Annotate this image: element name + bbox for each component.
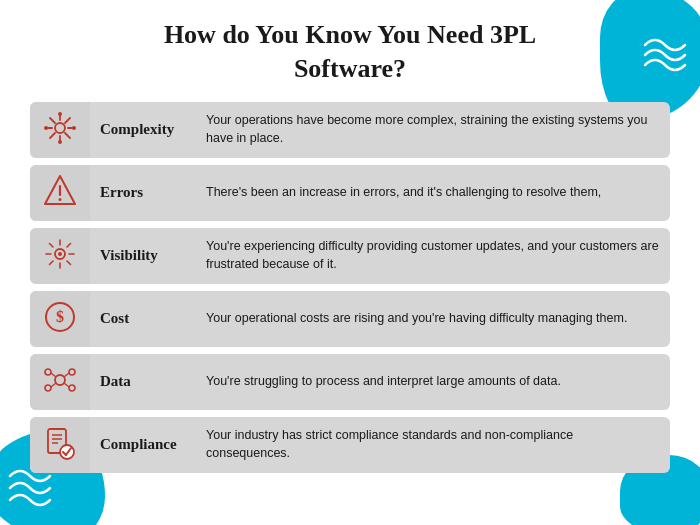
visibility-icon-box [30,228,90,284]
svg-point-17 [58,252,62,256]
cost-icon-box: $ [30,291,90,347]
visibility-icon [42,236,78,276]
svg-line-6 [65,133,70,138]
visibility-description: You're experiencing difficulty providing… [200,232,670,279]
page-title: How do You Know You Need 3PL Software? [30,18,670,86]
svg-line-5 [50,118,55,123]
svg-point-12 [72,126,76,130]
compliance-icon-box [30,417,90,473]
compliance-icon [42,425,78,465]
wavy-decoration-bottom-left [5,466,60,515]
visibility-label: Visibility [90,247,200,264]
cost-label: Cost [90,310,200,327]
svg-line-22 [50,243,54,247]
data-label: Data [90,373,200,390]
complexity-icon-box [30,102,90,158]
svg-line-36 [64,383,69,387]
item-row-data: Data You're struggling to process and in… [30,354,670,410]
compliance-description: Your industry has strict compliance stan… [200,421,670,468]
svg-line-34 [64,373,69,377]
page-wrapper: How do You Know You Need 3PL Software? C… [0,0,700,525]
svg-point-9 [58,112,62,116]
items-list: Complexity Your operations have become m… [30,102,670,473]
svg-line-25 [50,261,54,265]
svg-point-10 [58,140,62,144]
errors-icon-box [30,165,90,221]
svg-line-24 [67,243,71,247]
complexity-label: Complexity [90,121,200,138]
cost-description: Your operational costs are rising and yo… [200,304,670,334]
compliance-label: Compliance [90,436,200,453]
svg-line-33 [51,373,56,377]
svg-line-23 [67,261,71,265]
errors-description: There's been an increase in errors, and … [200,178,670,208]
item-row-visibility: Visibility You're experiencing difficult… [30,228,670,284]
svg-line-7 [65,118,70,123]
item-row-compliance: Compliance Your industry has strict comp… [30,417,670,473]
svg-point-11 [44,126,48,130]
data-description: You're struggling to process and interpr… [200,367,670,397]
svg-line-35 [51,383,56,387]
data-icon-box [30,354,90,410]
svg-point-0 [55,123,65,133]
complexity-description: Your operations have become more complex… [200,106,670,153]
main-content: How do You Know You Need 3PL Software? C… [0,0,700,483]
svg-point-30 [69,369,75,375]
item-row-complexity: Complexity Your operations have become m… [30,102,670,158]
svg-point-31 [45,385,51,391]
item-row-cost: $ Cost Your operational costs are rising… [30,291,670,347]
item-row-errors: Errors There's been an increase in error… [30,165,670,221]
svg-point-15 [59,198,62,201]
complexity-icon [42,110,78,150]
data-icon [42,362,78,402]
svg-point-28 [55,375,65,385]
cost-icon: $ [42,299,78,339]
svg-point-32 [69,385,75,391]
svg-point-29 [45,369,51,375]
errors-icon [42,173,78,213]
errors-label: Errors [90,184,200,201]
svg-line-8 [50,133,55,138]
svg-text:$: $ [56,308,64,325]
